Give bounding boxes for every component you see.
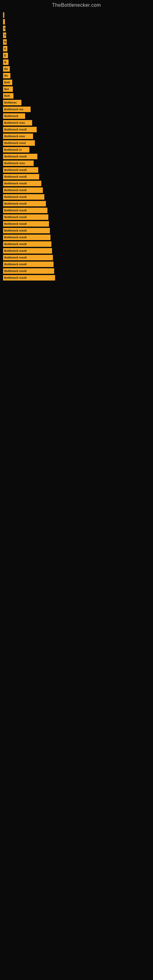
bar-12: Bott — [3, 93, 13, 99]
bar-label-35: Bottleneck result — [4, 249, 27, 252]
bar-row — [3, 12, 153, 18]
bar-10: Bott — [3, 80, 12, 85]
bar-row: E — [3, 26, 153, 31]
bar-row: Bott — [3, 93, 153, 99]
bar-21: Bottleneck result — [3, 154, 37, 159]
bar-label-3: F — [4, 34, 6, 37]
bar-label-34: Bottleneck result — [4, 243, 27, 246]
bar-row: Bottleneck result — [3, 228, 153, 233]
bar-row: Bottleneck result — [3, 174, 153, 180]
bar-30: Bottleneck result — [3, 215, 48, 220]
bar-row: Bottleneck — [3, 113, 153, 119]
site-title: TheBottlenecker.com — [0, 0, 153, 9]
bar-27: Bottleneck result — [3, 194, 45, 200]
bar-row: F — [3, 32, 153, 38]
bar-label-37: Bottleneck result — [4, 263, 27, 266]
bar-6: E — [3, 52, 8, 58]
bar-label-21: Bottleneck result — [4, 155, 27, 158]
bar-row: Bo — [3, 66, 153, 72]
bar-28: Bottleneck result — [3, 201, 46, 207]
bar-11: Bot — [3, 86, 13, 92]
bar-19: Bottleneck resul — [3, 140, 35, 146]
bar-row: Bottleneck result — [3, 261, 153, 267]
bar-15: Bottleneck — [3, 113, 25, 119]
bar-label-7: B — [4, 60, 6, 64]
bar-row: Bottleneck resul — [3, 140, 153, 146]
bar-row: Bottleneck result — [3, 181, 153, 186]
bar-0 — [3, 12, 4, 18]
bar-label-15: Bottleneck — [4, 115, 18, 118]
bar-row: Bott — [3, 80, 153, 85]
bar-label-18: Bottleneck resu — [4, 135, 25, 138]
bar-label-8: Bo — [4, 67, 8, 70]
bar-1 — [3, 19, 5, 24]
bar-32: Bottleneck result — [3, 228, 50, 233]
bar-row: Bottleneck result — [3, 235, 153, 240]
bar-29: Bottleneck result — [3, 208, 48, 213]
bar-24: Bottleneck result — [3, 174, 39, 180]
bar-row: Bottleneck result — [3, 167, 153, 173]
bar-label-31: Bottleneck result — [4, 222, 27, 225]
bar-26: Bottleneck result — [3, 188, 43, 193]
bar-row: Bottleneck result — [3, 127, 153, 132]
bar-5: E — [3, 46, 7, 51]
bar-row: B — [3, 59, 153, 65]
bar-row: Bottleneck result — [3, 268, 153, 274]
bar-label-20: Bottleneck re — [4, 148, 22, 151]
bar-label-39: Bottleneck result — [4, 276, 27, 279]
bar-23: Bottleneck result — [3, 167, 38, 173]
bar-25: Bottleneck result — [3, 181, 41, 186]
bar-row: Bo — [3, 73, 153, 78]
bar-label-32: Bottleneck result — [4, 229, 27, 232]
bar-row: Bot — [3, 86, 153, 92]
bar-label-12: Bott — [4, 94, 10, 97]
bar-label-4: B — [4, 40, 6, 43]
bar-2: E — [3, 26, 5, 31]
bar-row: Bottleneck result — [3, 194, 153, 200]
bar-label-13: Bottlenec — [4, 101, 17, 104]
bar-label-22: Bottleneck resu — [4, 162, 25, 165]
bar-row: B — [3, 39, 153, 45]
site-title-container: TheBottlenecker.com — [0, 0, 153, 9]
bar-label-28: Bottleneck result — [4, 202, 27, 205]
bar-37: Bottleneck result — [3, 261, 54, 267]
bar-label-24: Bottleneck result — [4, 175, 27, 178]
bar-3: F — [3, 32, 6, 38]
bar-row: Bottleneck resu — [3, 134, 153, 139]
bar-16: Bottleneck resu — [3, 120, 32, 126]
bar-row: E — [3, 46, 153, 51]
bar-22: Bottleneck resu — [3, 161, 33, 166]
bar-label-36: Bottleneck result — [4, 256, 27, 259]
bar-row: Bottleneck result — [3, 215, 153, 220]
bar-row: Bottleneck result — [3, 188, 153, 193]
bar-row: Bottleneck result — [3, 241, 153, 247]
bar-35: Bottleneck result — [3, 248, 52, 254]
bar-label-16: Bottleneck resu — [4, 121, 25, 124]
bar-20: Bottleneck re — [3, 147, 29, 153]
bar-8: Bo — [3, 66, 10, 72]
bar-39: Bottleneck result — [3, 275, 55, 280]
bar-38: Bottleneck result — [3, 268, 54, 274]
bar-36: Bottleneck result — [3, 255, 53, 260]
bar-31: Bottleneck result — [3, 221, 49, 227]
bar-row — [3, 19, 153, 24]
bar-row: Bottleneck resu — [3, 120, 153, 126]
bar-row: Bottleneck result — [3, 208, 153, 213]
bars-container: EFBEEBBoBoBottBotBottBottlenecBottleneck… — [0, 9, 153, 280]
bar-34: Bottleneck result — [3, 241, 51, 247]
bar-row: Bottleneck re — [3, 147, 153, 153]
bar-33: Bottleneck result — [3, 235, 51, 240]
bar-17: Bottleneck result — [3, 127, 37, 132]
bar-label-30: Bottleneck result — [4, 216, 27, 219]
bar-14: Bottleneck res — [3, 107, 30, 112]
bar-label-23: Bottleneck result — [4, 169, 27, 172]
bar-label-25: Bottleneck result — [4, 182, 27, 185]
bar-9: Bo — [3, 73, 10, 78]
bar-row: Bottleneck result — [3, 201, 153, 207]
bar-label-14: Bottleneck res — [4, 108, 23, 111]
bar-label-6: E — [4, 54, 6, 57]
bar-label-10: Bott — [4, 81, 10, 84]
bar-13: Bottlenec — [3, 100, 21, 105]
bar-row: Bottleneck res — [3, 107, 153, 112]
bar-label-29: Bottleneck result — [4, 209, 27, 212]
